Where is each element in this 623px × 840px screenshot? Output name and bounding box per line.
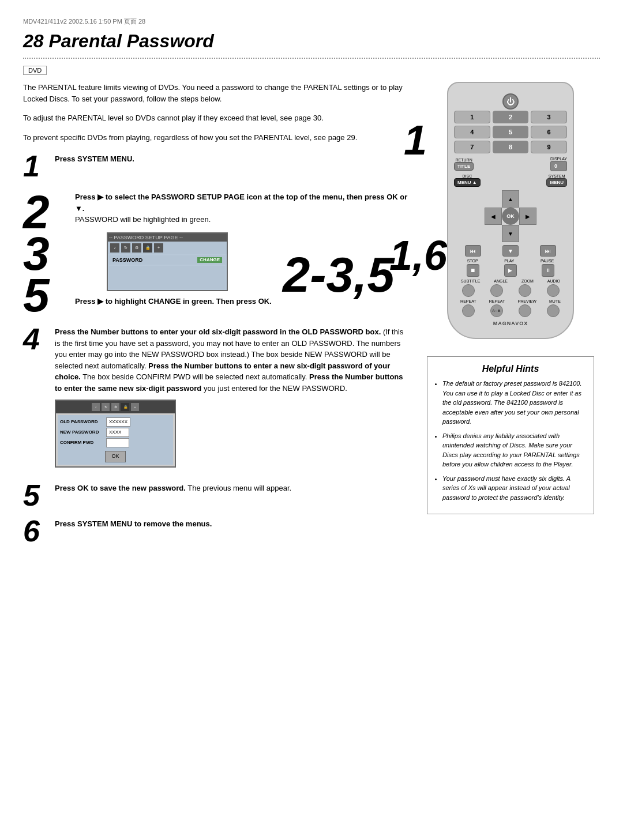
- return-label: RETURN: [454, 158, 474, 162]
- zero-button[interactable]: 0: [550, 161, 567, 171]
- step-6-block: 6 Press SYSTEM MENU to remove the menus.: [23, 516, 410, 546]
- screen-icon-2: ↻: [121, 243, 130, 253]
- step-4-number: 4: [23, 324, 55, 472]
- nav-down-button[interactable]: ▼: [502, 225, 519, 242]
- nav-up-button[interactable]: ▲: [502, 190, 519, 208]
- intro-p1: The PARENTAL feature limits viewing of D…: [23, 82, 410, 104]
- nav-right-button[interactable]: ▶: [519, 208, 536, 225]
- audio-button[interactable]: [547, 284, 560, 297]
- power-button[interactable]: ⏻: [502, 93, 519, 110]
- nav-empty-tr: [519, 190, 536, 208]
- screen-icon-3: ⚙: [132, 243, 141, 253]
- screen-2-body: OLD PASSWORD XXXXXX NEW PASSWORD XXXX CO…: [58, 415, 173, 465]
- preview-button[interactable]: [519, 304, 531, 317]
- play-button[interactable]: ▶: [504, 264, 517, 277]
- nav-left-button[interactable]: ◀: [485, 208, 502, 225]
- pause-button[interactable]: ⏸: [542, 264, 554, 277]
- annotation-16: 1,6: [389, 232, 447, 279]
- num-btn-7[interactable]: 7: [454, 141, 490, 153]
- screen-ok-button[interactable]: OK: [105, 451, 125, 462]
- ab-button[interactable]: A↔B: [490, 304, 503, 317]
- next-button[interactable]: ⏭: [540, 245, 556, 257]
- hint-3: Your password must have exactly six digi…: [442, 474, 587, 503]
- screen-icon-4: 🔒: [143, 243, 152, 253]
- step-4-content: Press the Number buttons to enter your o…: [55, 324, 410, 472]
- intro-p3: To prevent specific DVDs from playing, r…: [23, 132, 410, 144]
- title-button[interactable]: TITLE: [454, 162, 474, 171]
- step-4-block: 4 Press the Number buttons to enter your…: [23, 324, 410, 472]
- step-5-block: 5 Press OK to save the new password. The…: [23, 480, 410, 510]
- angle-button[interactable]: [490, 284, 503, 297]
- remote-control: ⏻ 1 2 3 4 5 6 7 8 9: [447, 82, 574, 339]
- repeat2-label: REPEAT: [489, 299, 505, 303]
- screen-1-topbar: -- PASSWORD SETUP PAGE --: [108, 233, 227, 242]
- num-btn-2[interactable]: 2: [493, 111, 529, 123]
- nav-empty-tl: [485, 190, 502, 208]
- step-5-number: 5: [23, 480, 55, 510]
- display-label: DISPLAY: [550, 157, 567, 161]
- screen-2-image: ♪ ↻ ⚙ 🔒 + OLD PASSWORD XXXXXX: [55, 400, 176, 468]
- screen2-icon-3: ⚙: [111, 403, 119, 411]
- step-1-content: Press SYSTEM MENU.: [55, 151, 410, 181]
- step-1-number: 1: [23, 151, 55, 181]
- remote-wrapper: 1 1,6 ⏻ 1 2 3 4 5 6 7: [447, 82, 574, 339]
- system-label: SYSTEM: [546, 174, 567, 178]
- disc-label: DISC: [454, 174, 481, 178]
- step-235-numbers: 235: [23, 191, 75, 316]
- num-grid: 1 2 3 4 5 6 7 8 9: [454, 111, 567, 153]
- system-menu-button[interactable]: MENU: [546, 178, 567, 187]
- nav-cross: ▲ ◀ OK ▶ ▼: [485, 190, 536, 242]
- intro-p2: To adjust the PARENTAL level so DVDs can…: [23, 112, 410, 124]
- helpful-hints-box: Helpful Hints The default or factory pre…: [427, 356, 594, 514]
- return-display-row: RETURN TITLE DISPLAY 0: [454, 157, 567, 171]
- screen-icon-1: ♪: [110, 243, 119, 253]
- subtitle-button[interactable]: [462, 284, 475, 297]
- nav-ok-button[interactable]: OK: [502, 208, 519, 225]
- helpful-hints-title: Helpful Hints: [434, 364, 587, 374]
- screen2-icon-4: 🔒: [121, 403, 129, 411]
- preview-label: PREVIEW: [518, 299, 536, 303]
- prev-button[interactable]: ⏮: [465, 245, 481, 257]
- transport-row: ⏮ ▼ ⏭: [454, 245, 567, 257]
- num-btn-6[interactable]: 6: [531, 126, 567, 138]
- hint-2: Philips denies any liability associated …: [442, 431, 587, 469]
- brand-label: MAGNAVOX: [454, 321, 567, 326]
- disc-system-row: DISC MENU ▲ SYSTEM MENU: [454, 174, 567, 187]
- hint-1: The default or factory preset password i…: [442, 379, 587, 427]
- dvd-badge: DVD: [23, 66, 47, 75]
- screen-icon-5: +: [154, 243, 163, 253]
- screen2-icon-1: ♪: [92, 403, 100, 411]
- disc-menu-button[interactable]: MENU ▲: [454, 178, 481, 187]
- zoom-label: ZOOM: [521, 279, 534, 283]
- step-1: 1 Press SYSTEM MENU.: [23, 151, 410, 181]
- annotation-235: 2-3,5: [283, 254, 395, 297]
- repeat-button[interactable]: [462, 304, 475, 317]
- zoom-button[interactable]: [519, 284, 531, 297]
- num-btn-9[interactable]: 9: [531, 141, 567, 153]
- screen-change-label: CHANGE: [197, 257, 222, 263]
- pause-label: PAUSE: [541, 259, 554, 263]
- screen-1-image: -- PASSWORD SETUP PAGE -- ♪ ↻ ⚙ 🔒 +: [107, 232, 228, 291]
- step-6-content: Press SYSTEM MENU to remove the menus.: [55, 516, 410, 530]
- num-btn-5[interactable]: 5: [493, 126, 529, 138]
- num-btn-4[interactable]: 4: [454, 126, 490, 138]
- play-label: PLAY: [504, 259, 514, 263]
- playback-row: ⏹ ▶ ⏸: [454, 264, 567, 277]
- annotation-1: 1: [404, 116, 427, 164]
- num-btn-8[interactable]: 8: [493, 141, 529, 153]
- num-btn-3[interactable]: 3: [531, 111, 567, 123]
- helpful-hints-list: The default or factory preset password i…: [434, 379, 587, 502]
- mute-button[interactable]: [547, 304, 560, 317]
- nav-empty-br: [519, 225, 536, 242]
- stop-button[interactable]: ⏹: [467, 264, 479, 277]
- repeat-mute-row: A↔B: [454, 304, 567, 317]
- screen2-icon-5: +: [131, 403, 139, 411]
- step-2: Press ▶ to select the PASSWORD SETUP PAG…: [75, 191, 410, 225]
- down-button[interactable]: ▼: [502, 245, 519, 257]
- page-meta: MDV421/411v2 2002.5.16 1:50 PM 页面 28: [23, 17, 600, 26]
- subtitle-audio-row: [454, 284, 567, 297]
- num-btn-1[interactable]: 1: [454, 111, 490, 123]
- audio-label: AUDIO: [547, 279, 560, 283]
- screen-2-topbar: ♪ ↻ ⚙ 🔒 +: [56, 401, 175, 413]
- step-5-content: Press OK to save the new password. The p…: [55, 480, 410, 494]
